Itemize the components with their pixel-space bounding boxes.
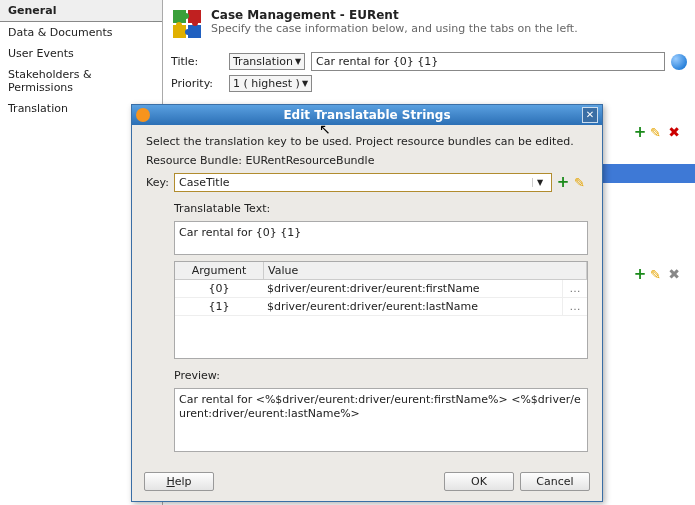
edit-icon[interactable]: ✎ (650, 126, 664, 140)
chevron-down-icon: ▼ (532, 178, 547, 187)
dialog-title: Edit Translatable Strings (283, 108, 450, 122)
dialog-titlebar[interactable]: Edit Translatable Strings ✕ (132, 105, 602, 125)
svg-point-6 (176, 22, 182, 28)
edit-icon[interactable]: ✎ (650, 268, 664, 282)
ellipsis-icon[interactable]: … (562, 298, 587, 315)
title-label: Title: (171, 55, 223, 68)
dialog-intro: Select the translation key to be used. P… (146, 135, 588, 148)
arguments-table: Argument Value {0} $driver/eurent:driver… (174, 261, 588, 359)
preview-box: Car rental for <%$driver/eurent:driver/e… (174, 388, 588, 452)
bundle-value: EURentResourceBundle (245, 154, 374, 167)
sidebar-item-general[interactable]: General (0, 0, 162, 22)
key-label: Key: (146, 176, 170, 189)
ok-button[interactable]: OK (444, 472, 514, 491)
close-icon[interactable]: ✕ (582, 107, 598, 123)
dialog-app-icon (136, 108, 150, 122)
chevron-down-icon: ▼ (302, 79, 308, 88)
arg-cell: {1} (175, 298, 263, 315)
arg-cell: {0} (175, 280, 263, 297)
bundle-label: Resource Bundle: (146, 154, 242, 167)
chevron-down-icon: ▼ (295, 57, 301, 66)
cancel-button[interactable]: Cancel (520, 472, 590, 491)
sidebar-item-events[interactable]: User Events (0, 43, 162, 64)
edit-key-icon[interactable]: ✎ (574, 176, 588, 190)
sidebar-item-stakeholders[interactable]: Stakeholders & Permissions (0, 64, 162, 98)
edit-translatable-dialog: Edit Translatable Strings ✕ Select the t… (131, 104, 603, 502)
priority-label: Priority: (171, 77, 223, 90)
page-title: Case Management - EURent (211, 8, 578, 22)
add-key-icon[interactable]: + (556, 176, 570, 190)
table-row[interactable]: {0} $driver/eurent:driver/eurent:firstNa… (175, 280, 587, 298)
title-field[interactable]: Car rental for {0} {1} (311, 52, 665, 71)
globe-icon[interactable] (671, 54, 687, 70)
key-combo[interactable]: CaseTitle ▼ (174, 173, 552, 192)
delete-disabled-icon: ✖ (667, 268, 681, 282)
page-subtitle: Specify the case information below, and … (211, 22, 578, 35)
ellipsis-icon[interactable]: … (562, 280, 587, 297)
puzzle-icon (171, 8, 203, 40)
help-button[interactable]: Help (144, 472, 214, 491)
preview-label: Preview: (174, 369, 588, 382)
sidebar-item-data[interactable]: Data & Documents (0, 22, 162, 43)
translatable-label: Translatable Text: (174, 202, 588, 215)
title-mode-select[interactable]: Translation▼ (229, 53, 305, 70)
col-value[interactable]: Value (264, 262, 587, 279)
col-argument[interactable]: Argument (175, 262, 264, 279)
priority-value: 1 ( highest ) (233, 77, 300, 90)
svg-point-4 (183, 13, 189, 19)
key-value: CaseTitle (179, 176, 230, 189)
val-cell: $driver/eurent:driver/eurent:firstName (263, 280, 562, 297)
selection-stripe (602, 164, 695, 183)
val-cell: $driver/eurent:driver/eurent:lastName (263, 298, 562, 315)
svg-point-7 (185, 29, 191, 35)
bundle-row: Resource Bundle: EURentResourceBundle (146, 154, 588, 167)
priority-select[interactable]: 1 ( highest )▼ (229, 75, 312, 92)
action-bar-2: + ✎ ✖ (633, 268, 681, 282)
delete-icon[interactable]: ✖ (667, 126, 681, 140)
add-icon[interactable]: + (633, 268, 647, 282)
action-bar-1: + ✎ ✖ (633, 126, 681, 140)
title-mode-value: Translation (233, 55, 293, 68)
table-row[interactable]: {1} $driver/eurent:driver/eurent:lastNam… (175, 298, 587, 316)
svg-point-5 (192, 20, 198, 26)
add-icon[interactable]: + (633, 126, 647, 140)
translatable-text[interactable]: Car rental for {0} {1} (174, 221, 588, 255)
